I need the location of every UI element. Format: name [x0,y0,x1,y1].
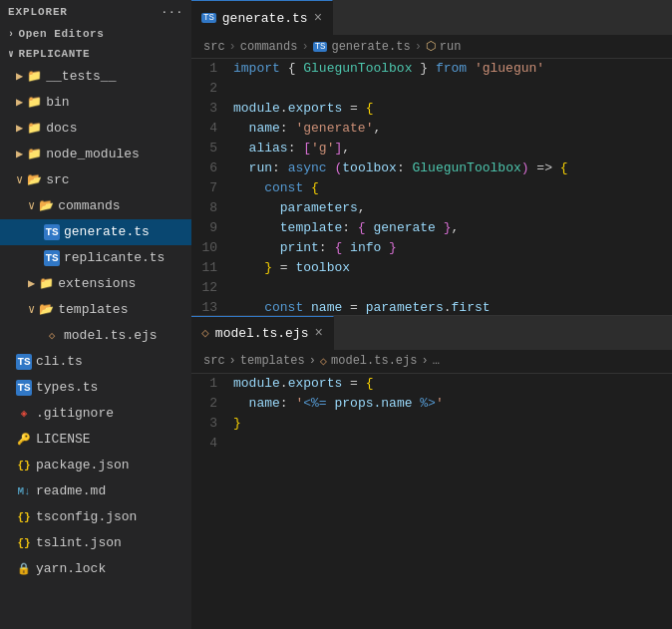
code-line: 9 template: { generate }, [191,218,672,238]
sidebar-title: Explorer [8,6,68,18]
folder-icon: ▶ [16,144,23,165]
root-label: REPLICANTE [19,48,91,60]
editor-second[interactable]: 1 module.exports = { 2 name: '<%= props.… [191,374,672,630]
folder-open-chevron: ∨ [16,169,23,191]
code-line: 6 run: async (toolbox: GluegunToolbox) =… [191,158,672,178]
breadcrumb-ts-icon: TS [313,42,328,52]
sidebar-item-node-modules[interactable]: ▶ 📁 node_modules [0,142,191,167]
sidebar-item-yarn-lock[interactable]: 🔒 yarn.lock [0,556,191,582]
breadcrumb-run[interactable]: run [440,40,462,54]
breadcrumb2-templates[interactable]: templates [240,354,305,368]
code-line: 11 } = toolbox [191,258,672,278]
sidebar-item-label: model.ts.ejs [64,325,158,347]
code-line: 2 name: '<%= props.name %>' [191,394,672,414]
folder-open-chevron: ∨ [28,195,35,217]
sidebar-item-tslint-json[interactable]: {} tslint.json [0,530,191,556]
json-icon: {} [16,509,32,525]
sidebar-item-label: package.json [36,455,130,476]
sidebar-item-label: replicante.ts [64,247,165,269]
breadcrumb-second: src › templates › ◇ model.ts.ejs › … [191,350,672,374]
code-line: 8 parameters, [191,198,672,218]
breadcrumb-generate-ts[interactable]: generate.ts [331,40,410,54]
sidebar-item-types-ts[interactable]: TS types.ts [0,375,191,401]
sidebar-item-readme-md[interactable]: M↓ readme.md [0,478,191,504]
code-line: 10 print: { info } [191,238,672,258]
breadcrumb2-sep3: › [421,354,428,368]
breadcrumb-commands[interactable]: commands [240,40,298,54]
sidebar-item-replicante-ts[interactable]: TS replicante.ts [0,245,191,271]
code-area-1: 1 import { GluegunToolbox } from 'gluegu… [191,59,672,315]
sidebar-item-templates[interactable]: ∨ 📂 templates [0,297,191,323]
breadcrumb2-src[interactable]: src [203,354,225,368]
breadcrumb2-model-ts-ejs[interactable]: model.ts.ejs [331,354,417,368]
open-editors-section[interactable]: › Open Editors [0,24,191,44]
sidebar-item-cli-ts[interactable]: TS cli.ts [0,349,191,375]
ejs-tab-icon: ◇ [201,325,209,341]
sidebar-item-src[interactable]: ∨ 📂 src [0,167,191,193]
tab-generate-ts[interactable]: TS generate.ts × [191,0,333,35]
code-line: 13 const name = parameters.first [191,298,672,315]
breadcrumb-sep2: › [301,40,308,54]
sidebar-item-docs[interactable]: ▶ 📁 docs [0,116,191,142]
sidebar-item-label: docs [46,118,77,140]
ts-icon: TS [16,380,32,396]
folder-open-icon: 📂 [39,299,54,321]
open-editors-label: Open Editors [19,28,105,40]
yarn-icon: 🔒 [16,561,32,577]
editor-main[interactable]: 1 import { GluegunToolbox } from 'gluegu… [191,59,672,315]
tab-close-button[interactable]: × [314,11,322,25]
folder-icon: ▶ [16,66,23,88]
ejs-icon: ◇ [44,328,60,344]
sidebar-item-model-ts-ejs[interactable]: ◇ model.ts.ejs [0,323,191,349]
breadcrumb2-sep2: › [309,354,316,368]
json-icon: {} [16,535,32,551]
code-line: 3 } [191,414,672,434]
sidebar-item-label: readme.md [36,480,106,502]
more-icon[interactable]: ··· [162,6,183,18]
code-line: 7 const { [191,178,672,198]
sidebar-item-label: generate.ts [64,221,150,243]
breadcrumb-src[interactable]: src [203,40,225,54]
sidebar-item-license[interactable]: 🔑 LICENSE [0,427,191,453]
sidebar-item-label: node_modules [46,144,140,165]
sidebar-item-label: __tests__ [46,66,116,88]
breadcrumb-run-icon: ⬡ [426,39,436,54]
sidebar-item-gitignore[interactable]: ◈ .gitignore [0,401,191,427]
sidebar-item-bin[interactable]: ▶ 📁 bin [0,90,191,116]
code-line: 1 import { GluegunToolbox } from 'gluegu… [191,59,672,79]
sidebar-item-package-json[interactable]: {} package.json [0,453,191,478]
breadcrumb-main: src › commands › TS generate.ts › ⬡ run [191,35,672,59]
folder-closed-icon: 📁 [27,118,42,140]
sidebar-item-tsconfig-json[interactable]: {} tsconfig.json [0,504,191,530]
ts-icon: TS [44,224,60,240]
folder-closed-icon: 📁 [27,92,42,114]
tab-close-button[interactable]: × [314,326,322,340]
code-line: 4 [191,434,672,454]
sidebar-item-label: yarn.lock [36,558,106,580]
license-icon: 🔑 [16,432,32,448]
breadcrumb2-sep1: › [229,354,236,368]
root-folder[interactable]: ∨ REPLICANTE [0,44,191,64]
tab-model-ts-ejs[interactable]: ◇ model.ts.ejs × [191,316,334,350]
sidebar-item-generate-ts[interactable]: TS generate.ts [0,219,191,245]
git-icon: ◈ [16,406,32,422]
code-line: 12 [191,278,672,298]
breadcrumb2-ellipsis: … [433,354,440,368]
sidebar-item-label: extensions [58,273,136,295]
sidebar-item-tests[interactable]: ▶ 📁 __tests__ [0,64,191,90]
folder-closed-icon: 📁 [27,144,42,165]
ts-icon: TS [44,250,60,266]
sidebar-item-label: .gitignore [36,403,114,425]
code-line: 3 module.exports = { [191,99,672,119]
sidebar-item-label: src [46,169,69,191]
md-icon: M↓ [16,483,32,499]
folder-icon: ▶ [28,273,35,295]
code-line: 4 name: 'generate', [191,119,672,139]
open-editors-chevron: › [8,29,15,40]
tabs-bar: TS generate.ts × [191,0,672,35]
code-line: 5 alias: ['g'], [191,139,672,158]
sidebar-item-label: tslint.json [36,532,122,554]
sidebar-item-commands[interactable]: ∨ 📂 commands [0,193,191,219]
main-content: TS generate.ts × src › commands › TS gen… [191,0,672,629]
sidebar-item-extensions[interactable]: ▶ 📁 extensions [0,271,191,297]
